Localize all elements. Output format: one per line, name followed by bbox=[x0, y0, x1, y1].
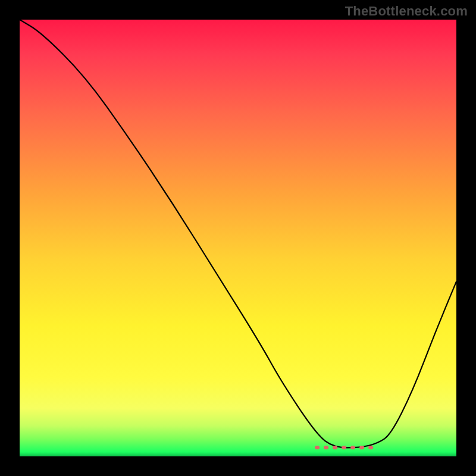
curve-path bbox=[20, 20, 456, 447]
attribution-label: TheBottleneck.com bbox=[345, 4, 468, 19]
chart-frame: TheBottleneck.com bbox=[0, 0, 476, 476]
bottleneck-curve bbox=[20, 20, 456, 456]
plot-area bbox=[20, 20, 456, 456]
